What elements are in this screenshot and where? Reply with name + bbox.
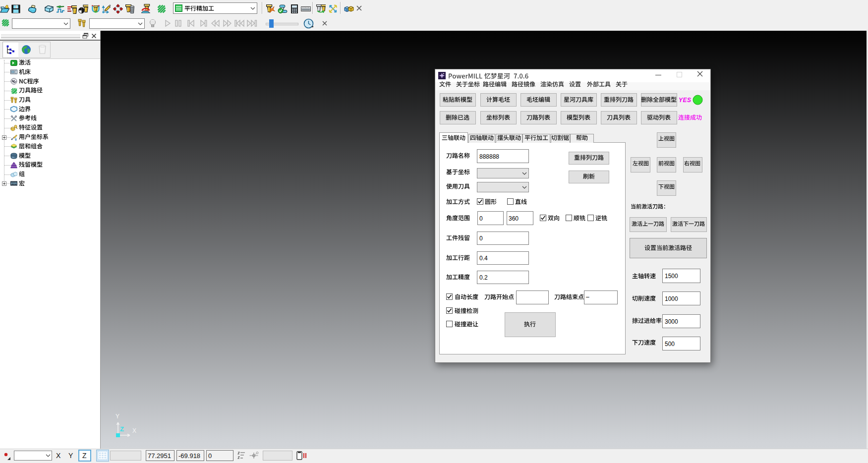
svg-text:X: X [132, 427, 136, 434]
svg-text:Y: Y [116, 413, 119, 420]
svg-text:Z: Z [120, 425, 124, 433]
